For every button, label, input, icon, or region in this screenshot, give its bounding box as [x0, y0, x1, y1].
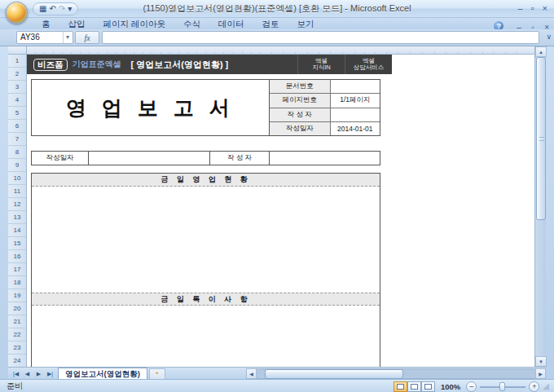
row-header[interactable]: 15: [8, 237, 26, 250]
row-header[interactable]: 2: [8, 68, 26, 81]
document-header: 영 업 보 고 서 문서번호 페이지번호 1/1페이지 작 성 자: [31, 79, 380, 136]
sheet-nav-buttons: |◀ ◀ ▶ ▶|: [8, 368, 58, 379]
scroll-left-icon[interactable]: ◀: [246, 368, 257, 379]
row-header[interactable]: 18: [8, 276, 26, 289]
row-header[interactable]: 5: [8, 107, 26, 120]
info-row: 작성일자 2014-01-01: [270, 122, 380, 135]
cell-grid[interactable]: 비즈폼 기업표준엑셀 [ 영업보고서(영업현황) ] 엑셀 지식IN 엑셀 상담…: [27, 55, 534, 367]
qat-customize-icon[interactable]: ▾: [68, 3, 72, 15]
redo-icon[interactable]: ↷: [59, 3, 65, 15]
info-value[interactable]: [331, 108, 380, 121]
horizontal-scrollbar-track[interactable]: [257, 368, 535, 379]
ribbon-tab[interactable]: 페이지 레이아웃: [95, 18, 174, 29]
sheet-tab-active[interactable]: 영업보고서(영업현황): [58, 368, 147, 379]
info-label: 작성일자: [270, 122, 331, 135]
zoom-level[interactable]: 100%: [441, 382, 460, 391]
excel-knowledge-button[interactable]: 엑셀 지식IN: [297, 55, 345, 74]
info-row: 페이지번호 1/1페이지: [270, 94, 380, 108]
save-icon[interactable]: ▦: [39, 3, 46, 15]
scroll-down-icon[interactable]: ▼: [535, 356, 547, 367]
horizontal-scrollbar-thumb[interactable]: [265, 369, 403, 379]
row-header[interactable]: 6: [8, 120, 26, 133]
vertical-scrollbar-thumb[interactable]: [536, 57, 546, 220]
scroll-right-icon[interactable]: ▶: [535, 368, 546, 379]
field-writer-input[interactable]: [270, 152, 380, 165]
status-bar: 준비 100% – + ◢: [0, 379, 554, 392]
horizontal-scrollbar[interactable]: ◀ ▶: [246, 368, 546, 379]
row-header[interactable]: 1: [8, 55, 26, 68]
info-value[interactable]: [331, 80, 380, 93]
close-icon[interactable]: ×: [543, 2, 547, 14]
row-header[interactable]: 4: [8, 94, 26, 107]
zoom-slider[interactable]: [480, 381, 525, 392]
zoom-slider-thumb[interactable]: [499, 382, 505, 391]
row-header[interactable]: 9: [8, 159, 26, 172]
excel-support-button[interactable]: 엑셀 상담서비스: [345, 55, 392, 74]
zoom-out-icon[interactable]: –: [466, 381, 477, 392]
row-header[interactable]: 21: [8, 315, 26, 328]
status-ready-text: 준비: [7, 381, 23, 392]
field-date-input[interactable]: [89, 152, 210, 165]
row-header[interactable]: 20: [8, 302, 26, 315]
banner-title: [ 영업보고서(영업현황) ]: [131, 59, 229, 71]
resize-grip-icon: ◢: [543, 381, 549, 392]
report-body-box: 금 일 영 업 현 황 금 일 특 이 사 항: [31, 173, 380, 367]
banner-brand-text: 기업표준엑셀: [73, 59, 121, 70]
quick-access-toolbar: ▦ ↶ ↷ ▾: [33, 2, 78, 15]
office-button[interactable]: [6, 2, 28, 24]
insert-worksheet-icon[interactable]: *: [149, 368, 165, 379]
ribbon-tab[interactable]: 보기: [288, 18, 323, 29]
window-controls: – ▫ ×: [518, 2, 547, 14]
row-header[interactable]: 23: [8, 341, 26, 355]
row-header[interactable]: 7: [8, 133, 26, 146]
column-headers: ABCDEFGHIJKLMNOPQRSTUVWXYZAAABACADAEAFAG…: [27, 46, 534, 55]
document-title: 영 업 보 고 서: [32, 80, 269, 135]
name-box[interactable]: AY36 ▾: [16, 31, 73, 44]
row-header[interactable]: 14: [8, 224, 26, 237]
row-header[interactable]: 16: [8, 250, 26, 263]
row-header[interactable]: 12: [8, 198, 26, 211]
minimize-icon[interactable]: –: [518, 2, 523, 14]
row-header[interactable]: 19: [8, 289, 26, 302]
sheet-tab-bar: |◀ ◀ ▶ ▶| 영업보고서(영업현황) * ◀ ▶: [8, 367, 546, 379]
restore-icon[interactable]: ▫: [531, 2, 534, 14]
vertical-scrollbar[interactable]: ▲ ▼: [534, 46, 546, 367]
insert-function-button[interactable]: fx: [75, 31, 99, 44]
row-header[interactable]: 11: [8, 185, 26, 198]
formula-input[interactable]: [102, 31, 539, 44]
row-header[interactable]: 13: [8, 211, 26, 224]
row-header[interactable]: 17: [8, 263, 26, 276]
ribbon-tab[interactable]: 홈: [33, 18, 59, 29]
zoom-in-icon[interactable]: +: [529, 381, 539, 392]
info-row: 작 성 자: [270, 108, 380, 122]
expand-formula-bar-icon[interactable]: ∨: [546, 33, 552, 41]
prev-sheet-icon[interactable]: ◀: [22, 368, 33, 379]
last-sheet-icon[interactable]: ▶|: [45, 368, 55, 379]
select-all-corner[interactable]: [8, 46, 27, 55]
info-value[interactable]: 1/1페이지: [331, 94, 380, 107]
info-row: 문서번호: [270, 80, 380, 94]
ribbon-tab[interactable]: 데이터: [209, 18, 253, 29]
section-header-special-notes: 금 일 특 이 사 항: [32, 293, 380, 306]
field-writer-label: 작 성 자: [210, 152, 270, 165]
row-header[interactable]: 8: [8, 146, 26, 159]
row-header[interactable]: 22: [8, 328, 26, 341]
ribbon-tab[interactable]: 수식: [174, 18, 209, 29]
row-header[interactable]: 3: [8, 81, 26, 94]
first-sheet-icon[interactable]: |◀: [11, 368, 21, 379]
formula-bar: AY36 ▾ fx ∨: [0, 29, 554, 46]
page-layout-view-icon[interactable]: [407, 381, 421, 392]
row-header[interactable]: 24: [8, 355, 26, 367]
section-header-sales-status: 금 일 영 업 현 황: [32, 174, 380, 187]
row-header[interactable]: 10: [8, 172, 26, 185]
undo-icon[interactable]: ↶: [49, 3, 55, 15]
ribbon-tab[interactable]: 삽입: [59, 18, 95, 29]
ribbon-tab[interactable]: 검토: [253, 18, 288, 29]
scroll-up-icon[interactable]: ▲: [535, 46, 547, 57]
next-sheet-icon[interactable]: ▶: [33, 368, 44, 379]
normal-view-icon[interactable]: [394, 381, 407, 392]
page-break-view-icon[interactable]: [421, 381, 435, 392]
info-value[interactable]: 2014-01-01: [331, 122, 380, 135]
vendor-banner: 비즈폼 기업표준엑셀 [ 영업보고서(영업현황) ] 엑셀 지식IN 엑셀 상담…: [27, 55, 392, 74]
name-box-dropdown-icon[interactable]: ▾: [63, 32, 69, 43]
